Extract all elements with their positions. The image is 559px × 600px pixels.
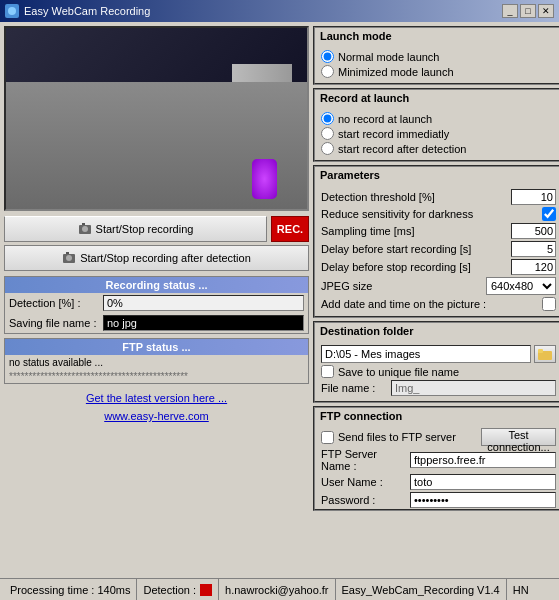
- svg-point-0: [8, 7, 16, 15]
- version-link-row: Get the latest version here ...: [0, 386, 313, 406]
- no-record-label: no record at launch: [338, 113, 432, 125]
- ftp-test-button[interactable]: Test connection...: [481, 428, 556, 446]
- delay-start-row: Delay before start recording [s]: [321, 240, 556, 258]
- delay-start-input[interactable]: [511, 241, 556, 257]
- app-icon: [5, 4, 19, 18]
- recording-status-box: Recording status ... Detection [%] : 0% …: [4, 276, 309, 334]
- start-record-row: start record immediatly: [321, 126, 556, 141]
- no-record-radio[interactable]: [321, 112, 334, 125]
- jpeg-size-row: JPEG size 640x480 320x240 1280x720: [321, 276, 556, 296]
- rec-indicator: REC.: [271, 216, 309, 242]
- ftp-status-text: no status available ...: [5, 355, 308, 370]
- delay-start-label: Delay before start recording [s]: [321, 243, 511, 255]
- normal-mode-radio[interactable]: [321, 50, 334, 63]
- control-buttons-row: Start/Stop recording REC.: [0, 213, 313, 245]
- save-unique-row: Save to unique file name: [321, 364, 556, 379]
- right-panel: Launch mode Normal mode launch Minimized…: [313, 22, 559, 578]
- detection-label: Detection [%] :: [9, 297, 99, 309]
- minimized-mode-radio[interactable]: [321, 65, 334, 78]
- svg-rect-6: [66, 252, 69, 254]
- website-link[interactable]: www.easy-herve.com: [104, 410, 209, 422]
- save-unique-label: Save to unique file name: [338, 366, 459, 378]
- delay-stop-input[interactable]: [511, 259, 556, 275]
- save-unique-checkbox[interactable]: [321, 365, 334, 378]
- svg-rect-8: [538, 349, 543, 353]
- close-button[interactable]: ✕: [538, 4, 554, 18]
- sampling-time-label: Sampling time [ms]: [321, 225, 511, 237]
- start-stop-detection-button[interactable]: Start/Stop recording after detection: [4, 245, 309, 271]
- start-record-radio[interactable]: [321, 127, 334, 140]
- detection-btn-row: Start/Stop recording after detection: [0, 245, 313, 274]
- filename-row: File name :: [321, 379, 556, 397]
- detection-segment: Detection :: [137, 579, 219, 600]
- ftp-send-checkbox[interactable]: [321, 431, 334, 444]
- ftp-server-input[interactable]: [410, 452, 556, 468]
- sampling-time-row: Sampling time [ms]: [321, 222, 556, 240]
- detection-threshold-label: Detection threshold [%]: [321, 191, 511, 203]
- svg-point-5: [66, 255, 72, 261]
- reduce-sensitivity-row: Reduce sensitivity for darkness: [321, 206, 556, 222]
- normal-mode-row: Normal mode launch: [321, 49, 556, 64]
- record-at-launch-title: Record at launch: [315, 90, 559, 106]
- camera-icon: [78, 222, 92, 236]
- detection-threshold-input[interactable]: [511, 189, 556, 205]
- ftp-username-row: User Name :: [315, 473, 559, 491]
- filename-input[interactable]: [391, 380, 556, 396]
- detection-status-indicator: [200, 584, 212, 596]
- webcam-view: [4, 26, 309, 211]
- initials-segment: HN: [507, 579, 535, 600]
- sampling-time-input[interactable]: [511, 223, 556, 239]
- saving-value: no jpg: [103, 315, 304, 331]
- launch-mode-title: Launch mode: [315, 28, 559, 44]
- browse-folder-button[interactable]: [534, 345, 556, 363]
- processing-time-segment: Processing time : 140ms: [4, 579, 137, 600]
- jpeg-size-label: JPEG size: [321, 280, 486, 292]
- email-segment: h.nawrocki@yahoo.fr: [219, 579, 336, 600]
- ftp-send-row: Send files to FTP server Test connection…: [315, 427, 559, 447]
- ftp-password-label: Password :: [321, 494, 406, 506]
- version-link[interactable]: Get the latest version here ...: [86, 392, 227, 404]
- website-link-row: www.easy-herve.com: [0, 406, 313, 426]
- detection-value: 0%: [103, 295, 304, 311]
- destination-path-row: [321, 344, 556, 364]
- saving-label: Saving file name :: [9, 317, 99, 329]
- ftp-username-label: User Name :: [321, 476, 406, 488]
- status-bar: Processing time : 140ms Detection : h.na…: [0, 578, 559, 600]
- app-version: Easy_WebCam_Recording V1.4: [342, 584, 500, 596]
- reduce-sensitivity-label: Reduce sensitivity for darkness: [321, 208, 542, 220]
- launch-mode-section: Launch mode Normal mode launch Minimized…: [313, 26, 559, 85]
- ftp-connection-title: FTP connection: [315, 408, 559, 424]
- processing-time: Processing time : 140ms: [10, 584, 130, 596]
- ftp-dots: ****************************************…: [5, 370, 308, 383]
- title-bar: Easy WebCam Recording _ □ ✕: [0, 0, 559, 22]
- start-after-detection-row: start record after detection: [321, 141, 556, 156]
- ftp-password-input[interactable]: [410, 492, 556, 508]
- svg-rect-3: [82, 223, 85, 225]
- destination-section: Destination folder Save to unique file n…: [313, 321, 559, 403]
- no-record-row: no record at launch: [321, 111, 556, 126]
- destination-path-input[interactable]: [321, 345, 531, 363]
- delay-stop-label: Delay before stop recording [s]: [321, 261, 511, 273]
- delay-stop-row: Delay before stop recording [s]: [321, 258, 556, 276]
- folder-icon: [538, 348, 552, 360]
- start-stop-button[interactable]: Start/Stop recording: [4, 216, 267, 242]
- minimized-mode-row: Minimized mode launch: [321, 64, 556, 79]
- normal-mode-label: Normal mode launch: [338, 51, 440, 63]
- parameters-section: Parameters Detection threshold [%] Reduc…: [313, 165, 559, 318]
- user-initials: HN: [513, 584, 529, 596]
- ftp-send-label: Send files to FTP server: [338, 431, 477, 443]
- minimize-button[interactable]: _: [502, 4, 518, 18]
- ftp-status-box: FTP status ... no status available ... *…: [4, 338, 309, 384]
- jpeg-size-select[interactable]: 640x480 320x240 1280x720: [486, 277, 556, 295]
- add-datetime-checkbox[interactable]: [542, 297, 556, 311]
- start-after-detection-radio[interactable]: [321, 142, 334, 155]
- detection-threshold-row: Detection threshold [%]: [321, 188, 556, 206]
- detection-status-label: Detection :: [143, 584, 196, 596]
- ftp-username-input[interactable]: [410, 474, 556, 490]
- destination-title: Destination folder: [315, 323, 559, 339]
- maximize-button[interactable]: □: [520, 4, 536, 18]
- start-record-label: start record immediatly: [338, 128, 449, 140]
- reduce-sensitivity-checkbox[interactable]: [542, 207, 556, 221]
- window-title: Easy WebCam Recording: [24, 5, 150, 17]
- add-datetime-row: Add date and time on the picture :: [321, 296, 556, 312]
